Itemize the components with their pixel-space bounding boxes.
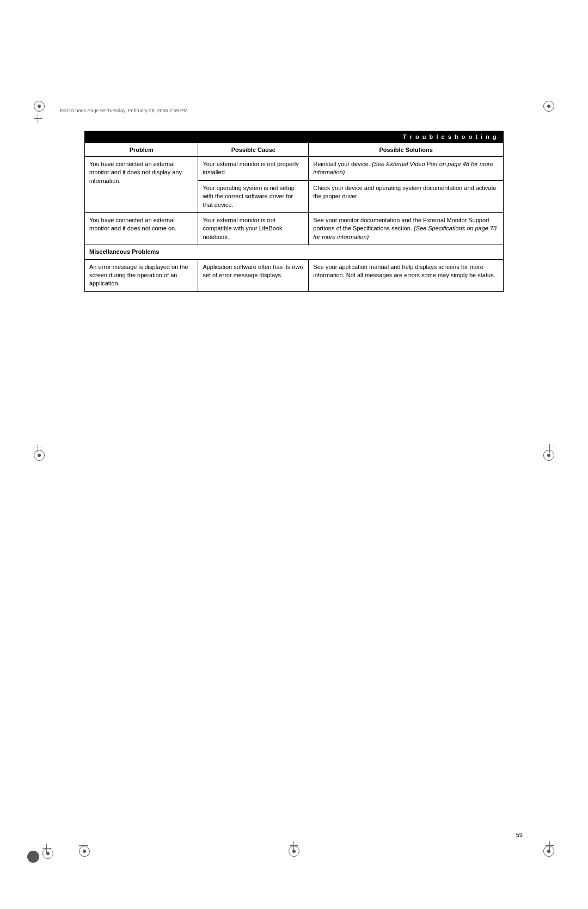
col-header-problem: Problem [85,143,198,157]
misc-solution-cell-1: See your application manual and help dis… [309,259,504,291]
col-header-solution: Possible Solutions [309,143,504,157]
file-info: E8110.book Page 59 Tuesday, February 28,… [60,108,188,113]
misc-section-label: Miscellaneous Problems [85,245,504,259]
filled-circle-bottom-left [27,851,39,863]
troubleshooting-table: Problem Possible Cause Possible Solution… [84,143,504,292]
reg-dot-mid-left [34,450,45,461]
solution-cell-1: Reinstall your device. (See External Vid… [309,157,504,181]
problem-cell-1: You have connected an external monitor a… [85,157,198,213]
solution-italic-3: (See Specifications on page 73 for more … [313,225,497,240]
table-header-row: Problem Possible Cause Possible Solution… [85,143,504,157]
misc-problem-cell-1: An error message is displayed on the scr… [85,259,198,291]
problem-cell-3: You have connected an external monitor a… [85,212,198,245]
col-header-cause: Possible Cause [198,143,309,157]
crosshair-bottom-left [42,844,51,853]
misc-cause-cell-1: Application software often has its own s… [198,259,309,291]
reg-dot-bottom-left2 [79,846,90,857]
cause-cell-3: Your external monitor is not compatible … [198,212,309,245]
solution-cell-2: Check your device and operating system d… [309,180,504,212]
reg-dot-bottom-mid [289,846,299,857]
misc-section-header: Miscellaneous Problems [85,245,504,259]
table-row: You have connected an external monitor a… [85,157,504,181]
crosshair-top-left [34,114,42,123]
page: E8110.book Page 59 Tuesday, February 28,… [0,0,588,909]
table-row: You have connected an external monitor a… [85,212,504,245]
solution-italic-1: (See External Video Port on page 48 for … [313,161,493,175]
page-number: 59 [516,832,523,838]
cause-cell-1: Your external monitor is not properly in… [198,157,309,181]
reg-dot-bottom-right [543,846,554,857]
reg-mark-top-right [543,101,554,112]
reg-mark-top-left [34,101,45,112]
table-row: An error message is displayed on the scr… [85,259,504,291]
cause-cell-2: Your operating system is not setup with … [198,180,309,212]
reg-dot-mid-right [543,450,554,461]
main-content: T r o u b l e s h o o t i n g Problem Po… [84,131,504,292]
solution-cell-3: See your monitor documentation and the E… [309,212,504,245]
section-title: T r o u b l e s h o o t i n g [84,131,504,143]
